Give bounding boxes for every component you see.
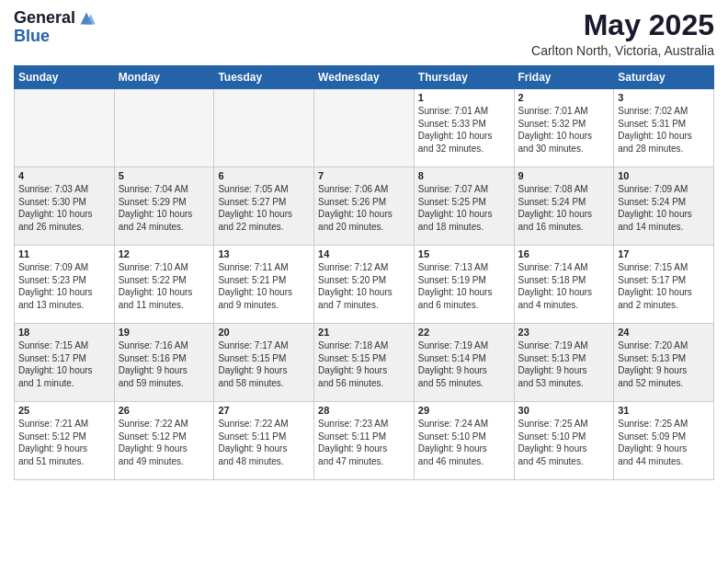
calendar-cell: 19Sunrise: 7:16 AMSunset: 5:16 PMDayligh… bbox=[114, 324, 214, 402]
cell-content: Sunrise: 7:09 AMSunset: 5:23 PMDaylight:… bbox=[18, 261, 110, 311]
day-number: 22 bbox=[418, 327, 510, 338]
page-header: General Blue May 2025 Carlton North, Vic… bbox=[14, 9, 714, 58]
calendar-cell: 10Sunrise: 7:09 AMSunset: 5:24 PMDayligh… bbox=[614, 167, 714, 246]
day-number: 29 bbox=[418, 405, 510, 416]
day-number: 30 bbox=[518, 405, 610, 416]
calendar-cell bbox=[15, 89, 115, 167]
calendar-cell bbox=[114, 89, 214, 167]
calendar-cell: 17Sunrise: 7:15 AMSunset: 5:17 PMDayligh… bbox=[614, 246, 714, 324]
calendar-cell: 9Sunrise: 7:08 AMSunset: 5:24 PMDaylight… bbox=[514, 167, 614, 246]
calendar-cell: 18Sunrise: 7:15 AMSunset: 5:17 PMDayligh… bbox=[15, 324, 115, 402]
day-number: 7 bbox=[318, 170, 410, 181]
day-number: 11 bbox=[18, 248, 110, 259]
calendar-cell: 25Sunrise: 7:21 AMSunset: 5:12 PMDayligh… bbox=[15, 402, 115, 480]
calendar-cell: 27Sunrise: 7:22 AMSunset: 5:11 PMDayligh… bbox=[214, 402, 314, 480]
day-number: 6 bbox=[218, 170, 310, 181]
weekday-header-sunday: Sunday bbox=[15, 66, 115, 89]
logo: General Blue bbox=[14, 9, 96, 46]
calendar-week-row: 1Sunrise: 7:01 AMSunset: 5:33 PMDaylight… bbox=[15, 89, 714, 167]
day-number: 25 bbox=[18, 405, 110, 416]
calendar-cell: 28Sunrise: 7:23 AMSunset: 5:11 PMDayligh… bbox=[314, 402, 415, 480]
weekday-header-friday: Friday bbox=[514, 66, 614, 89]
title-block: May 2025 Carlton North, Victoria, Austra… bbox=[531, 9, 714, 58]
calendar-cell: 5Sunrise: 7:04 AMSunset: 5:29 PMDaylight… bbox=[114, 167, 214, 246]
day-number: 26 bbox=[119, 405, 210, 416]
logo-general-text: General bbox=[14, 9, 75, 28]
cell-content: Sunrise: 7:01 AMSunset: 5:32 PMDaylight:… bbox=[518, 105, 610, 155]
day-number: 16 bbox=[518, 248, 610, 259]
day-number: 14 bbox=[318, 248, 410, 259]
day-number: 8 bbox=[418, 170, 510, 181]
cell-content: Sunrise: 7:02 AMSunset: 5:31 PMDaylight:… bbox=[618, 105, 710, 155]
cell-content: Sunrise: 7:10 AMSunset: 5:22 PMDaylight:… bbox=[119, 261, 210, 311]
weekday-header-monday: Monday bbox=[114, 66, 214, 89]
cell-content: Sunrise: 7:18 AMSunset: 5:15 PMDaylight:… bbox=[318, 339, 410, 389]
day-number: 1 bbox=[418, 92, 510, 103]
cell-content: Sunrise: 7:15 AMSunset: 5:17 PMDaylight:… bbox=[18, 339, 110, 389]
cell-content: Sunrise: 7:09 AMSunset: 5:24 PMDaylight:… bbox=[618, 183, 710, 233]
month-title: May 2025 bbox=[531, 9, 714, 41]
day-number: 9 bbox=[518, 170, 610, 181]
weekday-header-row: SundayMondayTuesdayWednesdayThursdayFrid… bbox=[15, 66, 714, 89]
calendar-cell: 3Sunrise: 7:02 AMSunset: 5:31 PMDaylight… bbox=[614, 89, 714, 167]
cell-content: Sunrise: 7:11 AMSunset: 5:21 PMDaylight:… bbox=[218, 261, 310, 311]
calendar-cell: 1Sunrise: 7:01 AMSunset: 5:33 PMDaylight… bbox=[414, 89, 514, 167]
calendar-cell bbox=[314, 89, 415, 167]
cell-content: Sunrise: 7:01 AMSunset: 5:33 PMDaylight:… bbox=[418, 105, 510, 155]
weekday-header-wednesday: Wednesday bbox=[314, 66, 415, 89]
cell-content: Sunrise: 7:14 AMSunset: 5:18 PMDaylight:… bbox=[518, 261, 610, 311]
calendar-cell: 13Sunrise: 7:11 AMSunset: 5:21 PMDayligh… bbox=[214, 246, 314, 324]
day-number: 17 bbox=[618, 248, 710, 259]
calendar-week-row: 4Sunrise: 7:03 AMSunset: 5:30 PMDaylight… bbox=[15, 167, 714, 246]
day-number: 4 bbox=[18, 170, 110, 181]
day-number: 3 bbox=[618, 92, 710, 103]
calendar-week-row: 25Sunrise: 7:21 AMSunset: 5:12 PMDayligh… bbox=[15, 402, 714, 480]
day-number: 18 bbox=[18, 327, 110, 338]
weekday-header-thursday: Thursday bbox=[414, 66, 514, 89]
day-number: 28 bbox=[318, 405, 410, 416]
cell-content: Sunrise: 7:05 AMSunset: 5:27 PMDaylight:… bbox=[218, 183, 310, 233]
cell-content: Sunrise: 7:24 AMSunset: 5:10 PMDaylight:… bbox=[418, 418, 510, 467]
day-number: 15 bbox=[418, 248, 510, 259]
day-number: 10 bbox=[618, 170, 710, 181]
weekday-header-tuesday: Tuesday bbox=[214, 66, 314, 89]
cell-content: Sunrise: 7:21 AMSunset: 5:12 PMDaylight:… bbox=[18, 418, 110, 467]
logo-icon bbox=[77, 11, 96, 26]
cell-content: Sunrise: 7:12 AMSunset: 5:20 PMDaylight:… bbox=[318, 261, 410, 311]
cell-content: Sunrise: 7:23 AMSunset: 5:11 PMDaylight:… bbox=[318, 418, 410, 467]
day-number: 5 bbox=[119, 170, 210, 181]
calendar-cell: 8Sunrise: 7:07 AMSunset: 5:25 PMDaylight… bbox=[414, 167, 514, 246]
day-number: 24 bbox=[618, 327, 710, 338]
cell-content: Sunrise: 7:15 AMSunset: 5:17 PMDaylight:… bbox=[618, 261, 710, 311]
cell-content: Sunrise: 7:22 AMSunset: 5:12 PMDaylight:… bbox=[119, 418, 210, 467]
calendar-cell: 16Sunrise: 7:14 AMSunset: 5:18 PMDayligh… bbox=[514, 246, 614, 324]
calendar-cell: 12Sunrise: 7:10 AMSunset: 5:22 PMDayligh… bbox=[114, 246, 214, 324]
day-number: 19 bbox=[119, 327, 210, 338]
calendar-cell: 23Sunrise: 7:19 AMSunset: 5:13 PMDayligh… bbox=[514, 324, 614, 402]
day-number: 20 bbox=[218, 327, 310, 338]
day-number: 21 bbox=[318, 327, 410, 338]
day-number: 23 bbox=[518, 327, 610, 338]
cell-content: Sunrise: 7:08 AMSunset: 5:24 PMDaylight:… bbox=[518, 183, 610, 233]
cell-content: Sunrise: 7:19 AMSunset: 5:14 PMDaylight:… bbox=[418, 339, 510, 389]
calendar-week-row: 18Sunrise: 7:15 AMSunset: 5:17 PMDayligh… bbox=[15, 324, 714, 402]
calendar-cell: 6Sunrise: 7:05 AMSunset: 5:27 PMDaylight… bbox=[214, 167, 314, 246]
cell-content: Sunrise: 7:25 AMSunset: 5:09 PMDaylight:… bbox=[618, 418, 710, 467]
cell-content: Sunrise: 7:06 AMSunset: 5:26 PMDaylight:… bbox=[318, 183, 410, 233]
cell-content: Sunrise: 7:04 AMSunset: 5:29 PMDaylight:… bbox=[119, 183, 210, 233]
weekday-header-saturday: Saturday bbox=[614, 66, 714, 89]
cell-content: Sunrise: 7:19 AMSunset: 5:13 PMDaylight:… bbox=[518, 339, 610, 389]
calendar-cell: 24Sunrise: 7:20 AMSunset: 5:13 PMDayligh… bbox=[614, 324, 714, 402]
calendar-cell: 7Sunrise: 7:06 AMSunset: 5:26 PMDaylight… bbox=[314, 167, 415, 246]
calendar-cell: 11Sunrise: 7:09 AMSunset: 5:23 PMDayligh… bbox=[15, 246, 115, 324]
calendar-cell: 21Sunrise: 7:18 AMSunset: 5:15 PMDayligh… bbox=[314, 324, 415, 402]
calendar-cell: 31Sunrise: 7:25 AMSunset: 5:09 PMDayligh… bbox=[614, 402, 714, 480]
cell-content: Sunrise: 7:07 AMSunset: 5:25 PMDaylight:… bbox=[418, 183, 510, 233]
calendar-cell: 20Sunrise: 7:17 AMSunset: 5:15 PMDayligh… bbox=[214, 324, 314, 402]
calendar-cell: 15Sunrise: 7:13 AMSunset: 5:19 PMDayligh… bbox=[414, 246, 514, 324]
calendar-week-row: 11Sunrise: 7:09 AMSunset: 5:23 PMDayligh… bbox=[15, 246, 714, 324]
calendar-cell: 26Sunrise: 7:22 AMSunset: 5:12 PMDayligh… bbox=[114, 402, 214, 480]
day-number: 2 bbox=[518, 92, 610, 103]
cell-content: Sunrise: 7:03 AMSunset: 5:30 PMDaylight:… bbox=[18, 183, 110, 233]
cell-content: Sunrise: 7:22 AMSunset: 5:11 PMDaylight:… bbox=[218, 418, 310, 467]
